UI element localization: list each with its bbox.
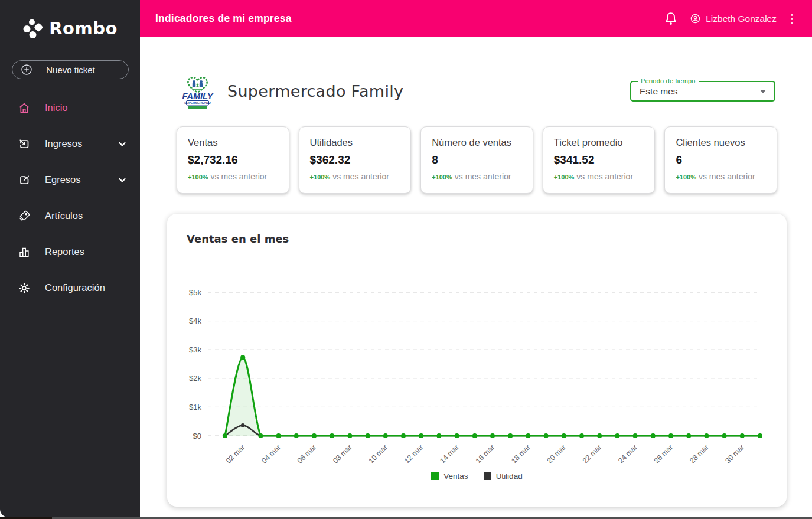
legend-label: Utilidad — [496, 472, 523, 481]
kebab-menu-icon[interactable] — [786, 11, 798, 27]
sidebar-item-label: Configuración — [45, 282, 127, 293]
svg-text:24 mar: 24 mar — [617, 443, 638, 465]
kpi-card-ventas: Ventas $2,732.16 +100%vs mes anterior — [177, 126, 289, 194]
rombo-logo: Rombo — [0, 0, 140, 39]
sidebar-item-label: Egresos — [45, 174, 118, 185]
svg-text:$2k: $2k — [189, 374, 201, 383]
svg-text:SUPERMERCADO: SUPERMERCADO — [184, 101, 211, 105]
user-menu[interactable]: Lizbeth Gonzalez — [690, 13, 777, 24]
sidebar-item-articulos[interactable]: Artículos — [0, 198, 140, 234]
new-ticket-button[interactable]: Nuevo ticket — [12, 60, 129, 79]
chart-title: Ventas en el mes — [187, 233, 289, 245]
svg-text:$3k: $3k — [189, 345, 201, 354]
rombo-logo-icon — [22, 18, 44, 39]
svg-text:12 mar: 12 mar — [403, 443, 425, 465]
new-ticket-label: Nuevo ticket — [32, 65, 120, 75]
kpi-card-clientes-nuevos: Clientes nuevos 6 +100%vs mes anterior — [664, 126, 777, 194]
kpi-title: Clientes nuevos — [676, 137, 766, 148]
svg-text:16 mar: 16 mar — [474, 443, 496, 465]
svg-text:$5k: $5k — [189, 288, 201, 297]
svg-text:02 mar: 02 mar — [224, 443, 246, 465]
sidebar-item-label: Artículos — [45, 210, 127, 221]
sales-chart-card: Ventas en el mes $0$1k$2k$3k$4k$5k02 mar… — [167, 214, 787, 507]
bell-icon[interactable] — [661, 9, 680, 29]
period-select-label: Periodo de tiempo — [638, 77, 699, 84]
legend-label: Ventas — [443, 472, 468, 481]
svg-text:$1k: $1k — [189, 403, 201, 412]
kpi-value: 6 — [676, 154, 766, 167]
company-header: FAMILY SUPERMERCADO Supermercado Family … — [140, 37, 812, 110]
kpi-comparison: +100%vs mes anterior — [676, 172, 766, 181]
kpi-delta: +100% — [188, 174, 208, 181]
kpi-title: Utilidades — [310, 137, 400, 148]
kpi-delta: +100% — [554, 174, 575, 181]
main-content: FAMILY SUPERMERCADO Supermercado Family … — [140, 37, 812, 519]
kpi-value: $341.52 — [554, 154, 644, 167]
topbar-actions: Lizbeth Gonzalez — [661, 9, 798, 29]
egresos-icon — [18, 174, 31, 187]
sidebar-item-ingresos[interactable]: Ingresos — [0, 126, 140, 162]
legend-item-utilidad[interactable]: Utilidad — [484, 472, 523, 481]
svg-text:22 mar: 22 mar — [581, 443, 603, 465]
sidebar-item-label: Inicio — [45, 102, 127, 113]
horizontal-scrollbar[interactable] — [0, 517, 812, 519]
svg-text:10 mar: 10 mar — [367, 443, 389, 465]
kpi-row: Ventas $2,732.16 +100%vs mes anterior Ut… — [177, 126, 777, 194]
kpi-title: Número de ventas — [432, 137, 522, 148]
svg-text:28 mar: 28 mar — [688, 443, 710, 465]
rombo-logo-text: Rombo — [49, 18, 118, 38]
chevron-down-icon — [118, 175, 127, 185]
sidebar-item-reportes[interactable]: Reportes — [0, 234, 140, 270]
legend-swatch-ventas — [431, 472, 439, 480]
svg-text:18 mar: 18 mar — [510, 443, 531, 465]
kpi-card-ticket-promedio: Ticket promedio $341.52 +100%vs mes ante… — [543, 126, 656, 194]
kpi-delta: +100% — [432, 174, 452, 181]
kpi-value: $362.32 — [310, 154, 400, 167]
sidebar-item-egresos[interactable]: Egresos — [0, 162, 140, 198]
user-name: Lizbeth Gonzalez — [706, 14, 777, 24]
page-title: Indicadores de mi empresa — [155, 12, 292, 25]
svg-text:08 mar: 08 mar — [331, 443, 353, 465]
kpi-delta: +100% — [676, 174, 696, 181]
bar-chart-icon — [18, 246, 31, 259]
kpi-card-utilidades: Utilidades $362.32 +100%vs mes anterior — [299, 126, 412, 194]
kpi-comparison: +100%vs mes anterior — [310, 172, 400, 181]
account-icon — [690, 13, 701, 24]
sidebar-item-label: Reportes — [45, 246, 127, 257]
ventas-line-chart: $0$1k$2k$3k$4k$5k02 mar04 mar06 mar08 ma… — [167, 279, 787, 468]
dropdown-arrow-icon — [760, 90, 766, 93]
sidebar-item-inicio[interactable]: Inicio — [0, 90, 140, 126]
topbar: Indicadores de mi empresa Lizbeth Gonzal… — [140, 0, 812, 37]
sidebar-item-configuracion[interactable]: Configuración — [0, 270, 140, 306]
company-name: Supermercado Family — [227, 82, 403, 100]
kpi-delta: +100% — [310, 174, 331, 181]
kpi-value: $2,732.16 — [188, 154, 278, 167]
scrollbar-thumb[interactable] — [0, 517, 52, 519]
kpi-card-numero-ventas: Número de ventas 8 +100%vs mes anterior — [420, 126, 533, 194]
legend-item-ventas[interactable]: Ventas — [431, 472, 468, 481]
sidebar-item-label: Ingresos — [45, 138, 118, 149]
svg-text:FAMILY: FAMILY — [182, 92, 213, 101]
period-select[interactable]: Periodo de tiempo Este mes — [630, 81, 775, 102]
period-select-value: Este mes — [640, 86, 678, 97]
legend-swatch-utilidad — [484, 472, 491, 480]
chart-legend: Ventas Utilidad — [167, 472, 787, 481]
chevron-down-icon — [118, 139, 127, 149]
plus-circle-icon — [21, 64, 32, 76]
kpi-comparison: +100%vs mes anterior — [432, 172, 522, 181]
gear-icon — [18, 282, 31, 295]
company-identity: FAMILY SUPERMERCADO Supermercado Family — [180, 73, 403, 110]
svg-text:30 mar: 30 mar — [724, 443, 746, 465]
svg-text:$0: $0 — [193, 432, 201, 440]
svg-text:04 mar: 04 mar — [260, 443, 282, 465]
ingresos-icon — [18, 138, 31, 151]
sidebar-nav: Inicio Ingresos — [0, 90, 140, 306]
svg-text:$4k: $4k — [189, 316, 201, 325]
svg-text:06 mar: 06 mar — [296, 443, 318, 465]
kpi-comparison: +100%vs mes anterior — [554, 172, 644, 181]
svg-text:20 mar: 20 mar — [546, 443, 568, 465]
family-logo: FAMILY SUPERMERCADO — [180, 73, 216, 110]
sidebar: Rombo Nuevo ticket Inicio — [0, 0, 140, 517]
svg-text:14 mar: 14 mar — [438, 443, 460, 465]
home-icon — [18, 102, 31, 115]
